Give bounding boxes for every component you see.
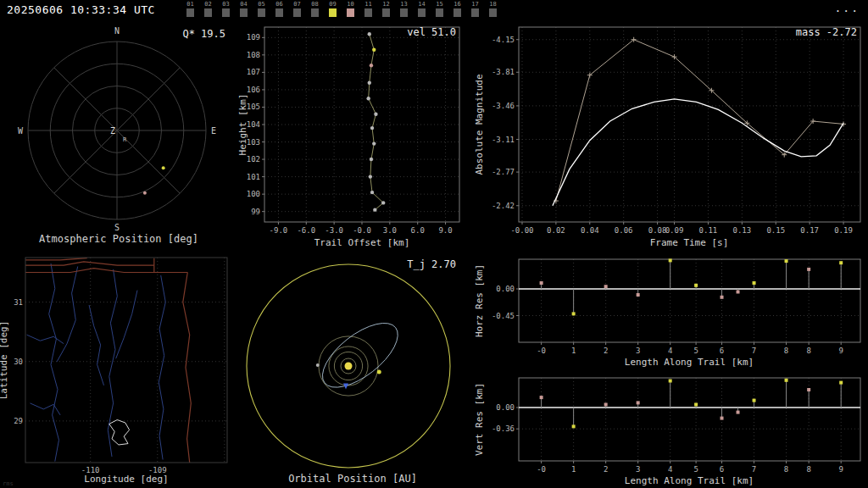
residual-marker (637, 293, 640, 297)
tick-label: 101 (247, 173, 260, 181)
frame-number: 07 (293, 1, 300, 8)
trail-plot: -9.0-6.0-3.0-0.03.06.09.0991001011021031… (247, 27, 459, 235)
frame-item-03[interactable]: 03 (217, 1, 235, 17)
orbit-caption: Orbital Position [AU] (288, 473, 417, 485)
frame-item-11[interactable]: 11 (359, 1, 377, 17)
residual-marker (721, 296, 724, 299)
tick-label: 4 (668, 347, 672, 355)
q-value-label: Q* 19.5 (182, 28, 225, 40)
horz-residuals-plot: -012345678890.00-0.45 (492, 258, 860, 355)
tick-label: 104 (247, 120, 260, 129)
body-mars (377, 369, 381, 374)
frame-item-17[interactable]: 17 (466, 1, 484, 17)
frame-indicator (204, 8, 212, 17)
tick-label: 0.00 (496, 403, 515, 412)
panel-orbital-position: T_j 2.70 Orbital Position [AU] (237, 254, 470, 488)
overflow-menu[interactable]: ... (835, 2, 860, 14)
tick-label: 6 (720, 347, 724, 355)
ground-track (109, 420, 130, 446)
frame-number: 06 (275, 1, 282, 8)
river-path (116, 291, 137, 359)
frame-item-10[interactable]: 10 (342, 1, 359, 17)
tick-label: -3.11 (492, 136, 515, 144)
top-bar: 20250606 10:33:34 UTC 010203040506070809… (0, 0, 868, 20)
frame-number: 17 (471, 1, 478, 8)
horz-res-xlabel: Length Along Trail [km] (625, 357, 754, 368)
residual-marker (637, 401, 640, 404)
frame-item-13[interactable]: 13 (395, 1, 413, 17)
border-path (25, 269, 187, 273)
compass-east-label: E (211, 126, 216, 136)
tisserand-label: T_j 2.70 (407, 258, 456, 270)
tick-label: -0.00 (510, 226, 533, 235)
frame-item-01[interactable]: 01 (181, 1, 199, 17)
tick-label: 6 (720, 465, 724, 474)
tick-label: -0.0 (353, 226, 371, 235)
tick-label: 8 (806, 347, 810, 355)
tick-label: 3.0 (383, 226, 397, 235)
tick-label: 0.02 (547, 226, 565, 235)
tick-label: 109 (247, 33, 260, 42)
frame-indicator (418, 8, 426, 17)
tick-label: 107 (247, 68, 260, 76)
frame-indicator (347, 8, 354, 17)
series-model_fit (553, 99, 843, 206)
tick-label: -3.0 (325, 226, 343, 235)
zenith-label: Z (110, 126, 115, 136)
frame-item-05[interactable]: 05 (253, 1, 270, 17)
frame-indicator (453, 8, 461, 17)
frame-number: 08 (311, 1, 318, 8)
tick-label: 2 (604, 347, 608, 355)
tick-label: 102 (247, 155, 260, 164)
frame-item-07[interactable]: 07 (288, 1, 306, 17)
frame-item-04[interactable]: 04 (235, 1, 253, 17)
atmospheric-point (143, 191, 147, 195)
trail-point (372, 141, 376, 145)
series-observed (556, 40, 843, 201)
frame-number: 13 (400, 1, 407, 8)
trail-point (370, 191, 374, 194)
tick-label: 100 (247, 190, 260, 198)
tick-label: 8 (806, 465, 810, 474)
tick-label: -0 (537, 465, 546, 474)
frame-item-09[interactable]: 09 (324, 1, 342, 17)
trail-point (366, 97, 370, 100)
frame-item-06[interactable]: 06 (270, 1, 288, 17)
residual-marker (694, 284, 698, 287)
river-path (57, 267, 78, 362)
tick-label: 0.11 (699, 226, 718, 235)
residual-marker (669, 380, 672, 383)
frame-item-16[interactable]: 16 (448, 1, 466, 17)
frame-number: 18 (489, 1, 496, 8)
frame-item-14[interactable]: 14 (413, 1, 431, 17)
tick-label: 106 (247, 86, 260, 94)
magnitude-plot: -0.000.020.040.060.080.090.110.130.150.1… (492, 27, 860, 235)
body-sun (345, 363, 353, 370)
trail-point (369, 175, 372, 178)
tick-label: 0.17 (800, 226, 819, 235)
frame-item-15[interactable]: 15 (431, 1, 448, 17)
tick-label: 8 (784, 347, 788, 355)
tick-label: 0.19 (834, 226, 853, 235)
tick-label: -6.0 (297, 226, 315, 235)
residual-marker (540, 281, 543, 285)
tick-label: -9.0 (270, 226, 288, 235)
frame-item-18[interactable]: 18 (484, 1, 502, 17)
compass-west-label: W (18, 126, 24, 136)
residual-marker (785, 259, 788, 263)
tick-label: 105 (247, 103, 260, 111)
residual-marker (839, 381, 843, 385)
tick-label: 4 (668, 465, 672, 474)
frame-number: 15 (436, 1, 442, 8)
border-path (25, 262, 154, 265)
frame-item-02[interactable]: 02 (199, 1, 217, 17)
frame-indicator (186, 8, 194, 17)
panel-ground-map: -110-109293031 Longitude [deg] Latitude … (0, 254, 237, 488)
residual-marker (572, 424, 576, 428)
frame-item-12[interactable]: 12 (377, 1, 395, 17)
tick-label: 31 (14, 298, 23, 307)
frame-item-08[interactable]: 08 (306, 1, 324, 17)
trail-point (368, 32, 371, 36)
tick-label: 1 (571, 347, 576, 355)
timestamp: 20250606 10:33:34 UTC (7, 3, 155, 16)
